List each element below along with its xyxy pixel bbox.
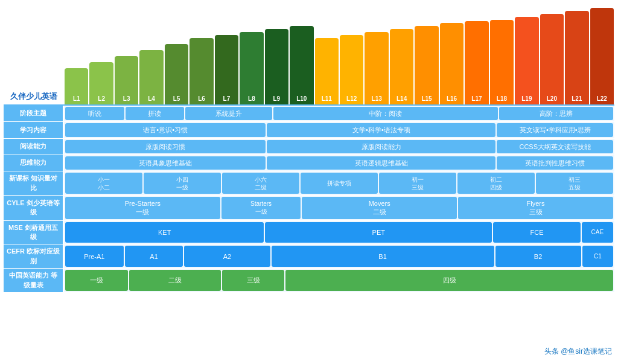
cell-r1-c1: 文学•科学•语法专项 (267, 123, 495, 136)
cell-r8-c0: 一级 (65, 270, 128, 291)
cell-r6-c1: PET (265, 222, 492, 243)
level-bar-l21: L21 (565, 11, 588, 104)
row-content-1: 语言•意识•习惯文学•科学•语法专项英文读写•学科应用•思辨 (64, 122, 614, 138)
row-label-2: 阅读能力 (4, 139, 64, 155)
row-label-0: 阶段主题 (4, 106, 64, 122)
cell-r5-c1: Starters 一级 (221, 197, 301, 219)
cell-r6-c2: FCE (493, 222, 581, 243)
level-bar-l12: L12 (340, 35, 363, 104)
row-label-7: CEFR 欧标对应级别 (4, 244, 64, 269)
cell-r0-c3: 中阶：阅读 (273, 107, 498, 120)
cell-r8-c1: 二级 (129, 270, 221, 291)
level-bar-l13: L13 (365, 32, 388, 104)
row-content-2: 原版阅读习惯原版阅读能力CCSS大纲英文读写技能 (64, 139, 614, 155)
cell-r1-c0: 语言•意识•习惯 (65, 123, 266, 136)
cell-r3-c2: 英语批判性思维习惯 (497, 156, 613, 170)
row-label-4: 新课标 知识量对比 (4, 171, 64, 196)
cell-r4-c6: 初三 五级 (536, 173, 613, 194)
cell-r8-c3: 四级 (285, 270, 613, 291)
level-bar-l20: L20 (540, 14, 564, 104)
row-label-3: 思维能力 (4, 155, 64, 171)
level-bar-l19: L19 (515, 17, 538, 104)
level-bar-l2: L2 (89, 62, 113, 104)
level-bar-l1: L1 (65, 68, 88, 104)
cell-r5-c3: Flyers 三级 (458, 197, 613, 219)
level-bar-l5: L5 (165, 44, 188, 104)
cell-r4-c5: 初二 四级 (457, 173, 535, 194)
cell-r5-c0: Pre-Starters 一级 (65, 197, 220, 219)
level-bar-l9: L9 (265, 29, 288, 104)
cell-r2-c0: 原版阅读习惯 (65, 140, 266, 153)
cell-r7-c1: A1 (125, 246, 183, 267)
row-label-1: 学习内容 (4, 122, 64, 138)
cell-r0-c0: 听说 (65, 107, 124, 120)
cell-r5-c2: Movers 二级 (302, 197, 457, 219)
row-content-6: KETPETFCECAE (64, 221, 614, 245)
watermark: 头条 @鱼sir选课笔记 (544, 346, 612, 357)
level-bar-l10: L10 (290, 26, 313, 104)
level-bar-l4: L4 (139, 50, 163, 104)
level-bar-l17: L17 (465, 21, 488, 104)
row-label-5: CYLE 剑少英语等级 (4, 196, 64, 221)
row-content-3: 英语具象思维基础英语逻辑思维基础英语批判性思维习惯 (64, 155, 614, 171)
grid-table: 阶段主题听说拼读系统提升中阶：阅读高阶：思辨学习内容语言•意识•习惯文学•科学•… (4, 104, 614, 293)
cell-r4-c1: 小四 一级 (144, 173, 221, 194)
brand-label: 久伴少儿英语 (4, 91, 64, 104)
cell-r4-c2: 小六 二级 (222, 173, 299, 194)
level-bar-l11: L11 (315, 38, 339, 104)
cell-r2-c2: CCSS大纲英文读写技能 (497, 140, 613, 153)
row-content-5: Pre-Starters 一级Starters 一级Movers 二级Flyer… (64, 196, 614, 221)
level-bar-l22: L22 (590, 8, 614, 104)
cell-r3-c1: 英语逻辑思维基础 (267, 156, 495, 170)
level-bar-l7: L7 (215, 35, 238, 104)
level-bar-l18: L18 (490, 20, 514, 104)
level-bar-l16: L16 (440, 23, 464, 104)
row-label-6: MSE 剑桥通用五级 (4, 221, 64, 245)
cell-r7-c4: B2 (495, 246, 581, 267)
cell-r4-c3: 拼读专项 (301, 173, 378, 194)
level-bar-l3: L3 (115, 56, 138, 104)
cell-r6-c0: KET (65, 222, 264, 243)
row-label-8: 中国英语能力 等级量表 (4, 269, 64, 293)
cell-r7-c3: B1 (272, 246, 494, 267)
cell-r7-c0: Pre-A1 (65, 246, 124, 267)
row-content-7: Pre-A1A1A2B1B2C1 (64, 244, 614, 269)
row-content-0: 听说拼读系统提升中阶：阅读高阶：思辨 (64, 106, 614, 122)
cell-r4-c0: 小一 小二 (65, 173, 142, 194)
cell-r0-c1: 拼读 (126, 107, 185, 120)
cell-r7-c2: A2 (184, 246, 270, 267)
level-bar-l8: L8 (240, 32, 263, 104)
row-content-8: 一级二级三级四级 (64, 269, 614, 293)
cell-r1-c2: 英文读写•学科应用•思辨 (497, 123, 613, 136)
cell-r7-c5: C1 (582, 246, 613, 267)
cell-r3-c0: 英语具象思维基础 (65, 156, 266, 170)
cell-r2-c1: 原版阅读能力 (267, 140, 495, 153)
cell-r8-c2: 三级 (222, 270, 285, 291)
level-bar-l14: L14 (390, 29, 413, 104)
levels-row: L1L2L3L4L5L6L7L8L9L10L11L12L13L14L15L16L… (64, 5, 614, 104)
level-bar-l6: L6 (190, 38, 213, 104)
cell-r4-c4: 初一 三级 (379, 173, 456, 194)
level-bar-l15: L15 (415, 26, 438, 104)
cell-r0-c4: 高阶：思辨 (499, 107, 613, 120)
row-content-4: 小一 小二小四 一级小六 二级拼读专项初一 三级初二 四级初三 五级 (64, 171, 614, 196)
cell-r0-c2: 系统提升 (185, 107, 272, 120)
cell-r6-c3: CAE (582, 222, 613, 243)
